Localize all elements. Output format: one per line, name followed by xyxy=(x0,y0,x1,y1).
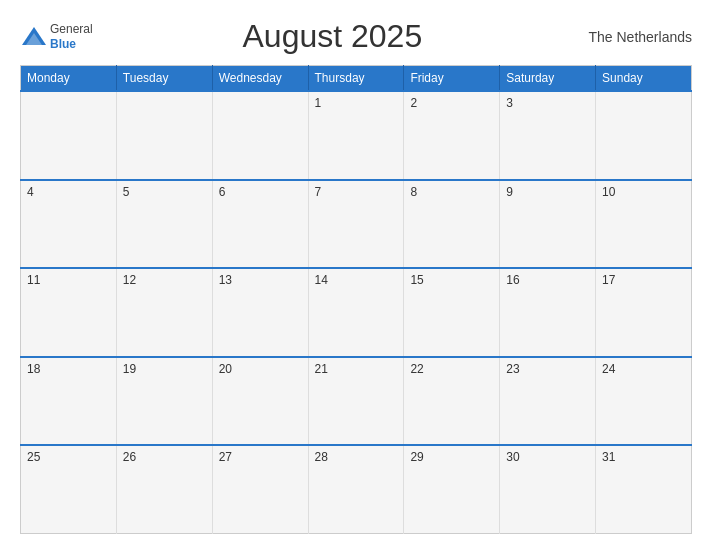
logo-text: General Blue xyxy=(50,22,93,51)
day-cell: 12 xyxy=(116,268,212,357)
header-friday: Friday xyxy=(404,66,500,92)
week-row-1: 1 2 3 xyxy=(21,91,692,180)
day-cell: 27 xyxy=(212,445,308,534)
day-cell: 26 xyxy=(116,445,212,534)
day-cell: 6 xyxy=(212,180,308,269)
logo-general: General xyxy=(50,22,93,36)
day-cell: 3 xyxy=(500,91,596,180)
day-cell xyxy=(21,91,117,180)
day-cell: 31 xyxy=(596,445,692,534)
week-row-3: 11 12 13 14 15 16 17 xyxy=(21,268,692,357)
day-cell: 7 xyxy=(308,180,404,269)
day-cell: 17 xyxy=(596,268,692,357)
day-cell: 5 xyxy=(116,180,212,269)
day-cell: 19 xyxy=(116,357,212,446)
logo-blue: Blue xyxy=(50,37,93,51)
day-cell: 21 xyxy=(308,357,404,446)
day-cell: 2 xyxy=(404,91,500,180)
header-monday: Monday xyxy=(21,66,117,92)
logo-icon xyxy=(20,23,48,51)
day-cell: 28 xyxy=(308,445,404,534)
day-cell: 25 xyxy=(21,445,117,534)
day-cell: 15 xyxy=(404,268,500,357)
day-cell: 29 xyxy=(404,445,500,534)
day-cell: 20 xyxy=(212,357,308,446)
day-cell xyxy=(116,91,212,180)
day-cell: 1 xyxy=(308,91,404,180)
calendar-title: August 2025 xyxy=(93,18,572,55)
country-label: The Netherlands xyxy=(572,29,692,45)
day-cell: 10 xyxy=(596,180,692,269)
calendar-page: General Blue August 2025 The Netherlands… xyxy=(0,0,712,550)
header-wednesday: Wednesday xyxy=(212,66,308,92)
day-cell: 22 xyxy=(404,357,500,446)
week-row-5: 25 26 27 28 29 30 31 xyxy=(21,445,692,534)
day-cell: 11 xyxy=(21,268,117,357)
day-cell: 4 xyxy=(21,180,117,269)
day-cell: 13 xyxy=(212,268,308,357)
day-cell: 24 xyxy=(596,357,692,446)
day-cell: 14 xyxy=(308,268,404,357)
header-thursday: Thursday xyxy=(308,66,404,92)
day-cell: 18 xyxy=(21,357,117,446)
day-cell: 23 xyxy=(500,357,596,446)
header-tuesday: Tuesday xyxy=(116,66,212,92)
header-saturday: Saturday xyxy=(500,66,596,92)
calendar-table: Monday Tuesday Wednesday Thursday Friday… xyxy=(20,65,692,534)
logo: General Blue xyxy=(20,22,93,51)
day-cell: 30 xyxy=(500,445,596,534)
day-cell xyxy=(212,91,308,180)
day-cell xyxy=(596,91,692,180)
day-cell: 9 xyxy=(500,180,596,269)
header-sunday: Sunday xyxy=(596,66,692,92)
week-row-4: 18 19 20 21 22 23 24 xyxy=(21,357,692,446)
day-cell: 8 xyxy=(404,180,500,269)
day-cell: 16 xyxy=(500,268,596,357)
week-row-2: 4 5 6 7 8 9 10 xyxy=(21,180,692,269)
header: General Blue August 2025 The Netherlands xyxy=(20,18,692,55)
weekday-header-row: Monday Tuesday Wednesday Thursday Friday… xyxy=(21,66,692,92)
